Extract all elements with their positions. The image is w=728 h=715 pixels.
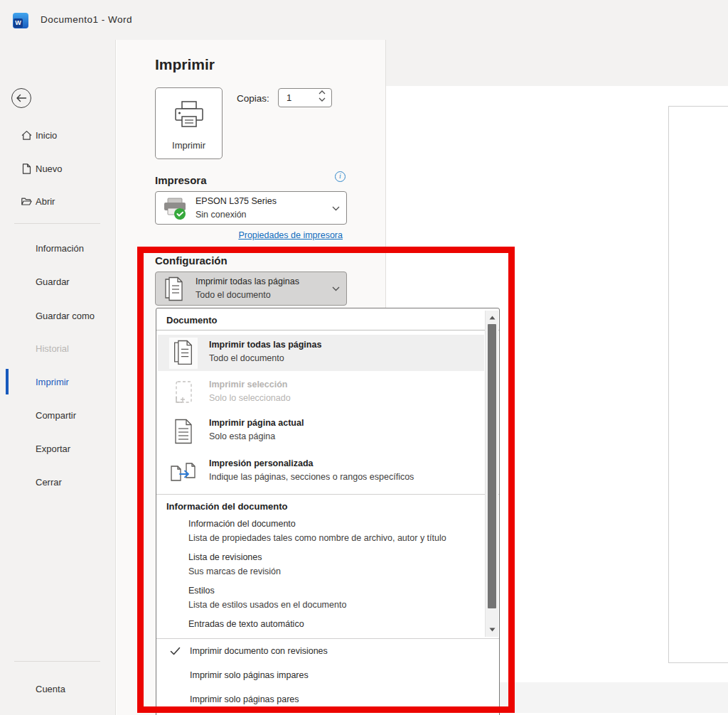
dropdown-section-header: Información del documento: [166, 501, 287, 512]
print-button[interactable]: Imprimir: [155, 87, 223, 159]
dropdown-scrollbar[interactable]: [485, 311, 498, 637]
copies-stepper[interactable]: 1: [278, 88, 332, 107]
sidebar-item-opciones[interactable]: Opciones: [0, 712, 116, 715]
selected-print-range: Imprimir todas las páginas: [196, 276, 299, 286]
selected-item-indicator: [6, 369, 9, 394]
sidebar-item-guardar[interactable]: Guardar: [0, 272, 116, 291]
print-current-page-icon: [169, 416, 198, 447]
dropdown-option-custom-print[interactable]: Impresión personalizada Indique las pági…: [158, 453, 484, 493]
back-button[interactable]: [11, 88, 31, 108]
sidebar-item-cuenta[interactable]: Cuenta: [0, 679, 116, 699]
word-app-icon: W: [13, 13, 28, 28]
checkmark-icon: [170, 647, 181, 655]
new-document-icon: [21, 163, 33, 175]
chevron-down-icon: [332, 206, 340, 211]
copies-decrement-icon[interactable]: [318, 97, 327, 105]
settings-section-header: Configuración: [155, 254, 228, 267]
dropdown-option-print-selection: Imprimir selección Solo lo seleccionado: [158, 375, 484, 409]
dropdown-divider: [156, 494, 499, 495]
preview-pane-header: [386, 40, 728, 86]
sidebar-item-historial: Historial: [0, 338, 116, 358]
word-backstage-print-view: W Documento1 - Word Inicio Nuevo Abrir: [0, 0, 728, 715]
home-icon: [21, 129, 33, 141]
scroll-down-icon[interactable]: [486, 624, 499, 635]
sidebar-item-label: Abrir: [36, 196, 55, 207]
open-folder-icon: [21, 195, 33, 208]
sidebar-divider: [14, 661, 100, 662]
print-button-label: Imprimir: [156, 140, 222, 151]
toggle-print-markup[interactable]: Imprimir documento con revisiones: [158, 641, 484, 660]
dropdown-option-styles[interactable]: Estilos Lista de estilos usados en el do…: [188, 586, 346, 610]
copies-value: 1: [287, 89, 291, 107]
sidebar-item-exportar[interactable]: Exportar: [0, 439, 116, 458]
dropdown-option-markup-list[interactable]: Lista de revisiones Sus marcas de revisi…: [188, 552, 281, 576]
sidebar-item-compartir[interactable]: Compartir: [0, 405, 116, 425]
sidebar-item-cerrar[interactable]: Cerrar: [0, 472, 116, 492]
document-pages-icon: [164, 276, 185, 303]
dropdown-option-current-page[interactable]: Imprimir página actual Solo esta página: [158, 413, 484, 449]
print-all-pages-icon: [169, 338, 198, 369]
dropdown-section-header: Documento: [166, 315, 218, 326]
custom-print-icon: [169, 458, 198, 489]
printer-name: EPSON L375 Series: [196, 196, 277, 206]
printer-selector[interactable]: EPSON L375 Series Sin conexión: [155, 191, 347, 225]
back-arrow-icon: [16, 94, 27, 102]
document-preview-page: [668, 106, 728, 663]
toggle-odd-pages-only[interactable]: Imprimir solo páginas impares: [158, 665, 484, 684]
printer-section-header: Impresora: [155, 174, 207, 186]
title-bar: W Documento1 - Word: [0, 0, 728, 40]
dropdown-divider: [156, 638, 499, 639]
sidebar-item-label: Nuevo: [36, 163, 63, 174]
sidebar-divider: [14, 223, 100, 224]
scrollbar-thumb[interactable]: [488, 324, 496, 608]
sidebar-item-abrir[interactable]: Abrir: [0, 192, 116, 210]
dropdown-option-autotext[interactable]: Entradas de texto automático: [188, 619, 304, 629]
print-selection-icon: [169, 377, 198, 408]
sidebar-item-informacion[interactable]: Información: [0, 238, 116, 258]
copies-label: Copias:: [237, 93, 269, 104]
sidebar-item-inicio[interactable]: Inicio: [0, 126, 116, 144]
toggle-even-pages-only[interactable]: Imprimir solo páginas pares: [158, 689, 484, 709]
selected-print-range-subtitle: Todo el documento: [196, 290, 271, 300]
printer-properties-link[interactable]: Propiedades de impresora: [155, 230, 343, 240]
page-title: Imprimir: [155, 56, 215, 73]
printer-status: Sin conexión: [196, 210, 247, 220]
sidebar-item-imprimir[interactable]: Imprimir: [0, 372, 116, 392]
dropdown-header-underline: [156, 330, 499, 330]
window-title: Documento1 - Word: [41, 0, 132, 40]
chevron-down-icon: [332, 286, 340, 291]
scroll-up-icon[interactable]: [486, 312, 499, 323]
sidebar-item-label: Inicio: [36, 130, 57, 141]
printer-device-icon: [162, 197, 189, 221]
dropdown-option-document-info[interactable]: Información del documento Lista de propi…: [188, 519, 446, 543]
dropdown-option-all-pages[interactable]: Imprimir todas las páginas Todo el docum…: [158, 335, 484, 371]
sidebar-item-guardar-como[interactable]: Guardar como: [0, 306, 116, 326]
info-icon[interactable]: i: [335, 171, 346, 182]
sidebar-item-nuevo[interactable]: Nuevo: [0, 159, 116, 178]
print-range-dropdown-menu: Documento Imprimir todas las páginas Tod…: [156, 308, 500, 715]
backstage-sidebar: Inicio Nuevo Abrir Información Guardar G…: [0, 40, 116, 715]
print-range-selector[interactable]: Imprimir todas las páginas Todo el docum…: [155, 272, 347, 306]
